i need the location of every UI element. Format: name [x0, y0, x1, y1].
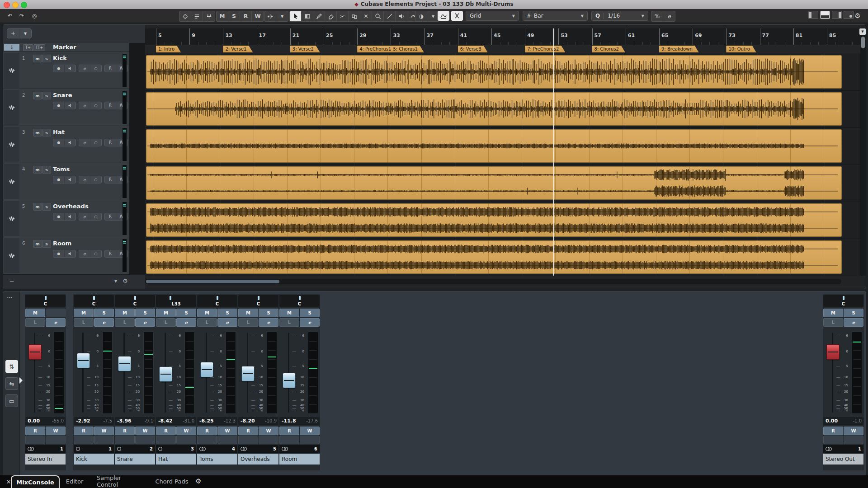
channel-edit-button[interactable]: e — [300, 318, 320, 327]
extra-right-button[interactable] — [46, 436, 66, 444]
track-solo-button[interactable]: s — [42, 129, 51, 136]
add-cycle-marker-button[interactable]: TT+ — [33, 44, 45, 51]
ruler-options-button[interactable]: ▼ — [859, 28, 866, 35]
channel-listen-button[interactable]: L — [74, 318, 94, 327]
extra-right-button[interactable] — [300, 436, 320, 444]
horizontal-scrollbar[interactable] — [145, 279, 841, 284]
edit-channel-icon[interactable]: e — [79, 250, 90, 257]
audio-event-hat[interactable] — [146, 129, 842, 163]
auto-scroll-icon[interactable] — [264, 11, 276, 21]
extra-left-button[interactable] — [279, 436, 299, 444]
track-row-room[interactable]: 6msRoom●e○RW — [3, 237, 129, 274]
read-automation-button[interactable]: R — [238, 427, 258, 435]
snap-to-zero-crossing-button[interactable] — [438, 11, 449, 21]
monitor-icon[interactable] — [65, 176, 75, 183]
read-automation-button[interactable]: R — [823, 427, 843, 435]
draw-tool[interactable] — [313, 11, 325, 21]
add-track-button[interactable]: + — [7, 29, 19, 38]
line-tool[interactable] — [384, 11, 396, 21]
marker-flag[interactable]: 9: Breakdown — [659, 46, 699, 52]
channel-edit-button[interactable]: e — [844, 318, 863, 327]
record-enable-icon[interactable]: ● — [53, 176, 65, 183]
write-automation-button[interactable]: W — [176, 427, 196, 435]
marker-flag[interactable]: 7: PreChorus2 — [525, 46, 565, 52]
channel-listen-button[interactable]: L — [823, 318, 843, 327]
fader-handle[interactable] — [28, 344, 42, 360]
automation-m-button[interactable]: M — [217, 11, 228, 21]
erase-tool[interactable] — [325, 11, 337, 21]
read-automation-button[interactable]: R — [74, 427, 94, 435]
snap-on-off-button[interactable] — [451, 11, 463, 21]
channel-mute-button[interactable]: M — [197, 309, 217, 317]
extra-right-button[interactable] — [259, 436, 278, 444]
audio-event-overheads[interactable] — [146, 203, 842, 237]
marker-flag[interactable]: 8: Chorus2 — [592, 46, 625, 52]
channel-mute-button[interactable]: M — [115, 309, 135, 317]
fader-handle[interactable] — [826, 344, 840, 360]
fader-view-button[interactable]: ⇅ — [5, 360, 18, 373]
audio-event-kick[interactable] — [146, 55, 842, 89]
racks-view-button[interactable]: ⇆ — [5, 377, 18, 390]
track-row-overheads[interactable]: 5msOverheads●e○RW — [3, 200, 129, 237]
extra-left-button[interactable] — [197, 436, 217, 444]
extra-right-button[interactable] — [844, 436, 863, 444]
marker-flag[interactable]: 2: Verse1 — [223, 46, 253, 52]
channel-mute-button[interactable]: M — [279, 309, 299, 317]
freeze-icon[interactable]: ○ — [90, 250, 101, 257]
iterative-quantize-icon[interactable]: % — [651, 11, 663, 21]
open-quantize-panel-icon[interactable]: e — [663, 11, 675, 21]
track-row-hat[interactable]: 3msHat●e○RW — [3, 126, 129, 163]
write-automation-button[interactable]: W — [217, 427, 237, 435]
extra-right-button[interactable] — [94, 436, 114, 444]
add-track-menu-button[interactable]: ▼ — [19, 29, 31, 38]
extra-left-button[interactable] — [238, 436, 258, 444]
extra-left-button[interactable] — [115, 436, 135, 444]
channel-name[interactable]: Snare — [115, 454, 155, 465]
pan-control[interactable]: C — [25, 295, 66, 307]
monitor-icon[interactable] — [65, 102, 75, 109]
mixer-options-dots-icon[interactable]: ⋯ — [7, 294, 13, 301]
edit-channel-icon[interactable]: e — [79, 176, 90, 183]
read-automation-button[interactable]: R — [156, 427, 176, 435]
lower-zone-button[interactable] — [820, 11, 830, 19]
time-ruler[interactable]: 5913172125293337414549535761656973778185 — [145, 28, 862, 45]
audio-event-room[interactable] — [146, 240, 842, 274]
monitor-icon[interactable] — [65, 250, 75, 257]
read-automation-button[interactable]: R — [115, 427, 135, 435]
extra-left-button[interactable] — [156, 436, 176, 444]
channel-name[interactable]: Stereo In — [25, 454, 66, 465]
quantize-dropdown[interactable]: Q1/16▼ — [591, 11, 648, 21]
record-enable-icon[interactable]: ● — [53, 139, 65, 146]
toolbar-setup-gear-icon[interactable]: ⚙ — [852, 11, 863, 21]
vertical-scrollbar-thumb[interactable] — [861, 37, 865, 48]
range-selection-tool[interactable] — [302, 11, 313, 21]
edit-channel-icon[interactable]: e — [79, 65, 90, 72]
channel-solo-button[interactable]: S — [94, 309, 114, 317]
track-row-snare[interactable]: 2msSnare●e○RW — [3, 89, 129, 126]
marker-flag[interactable]: 3: Verse2 — [290, 46, 320, 52]
audio-connections-icon[interactable] — [203, 11, 215, 21]
left-zone-button[interactable] — [808, 11, 818, 19]
track-mute-button[interactable]: m — [33, 55, 42, 62]
read-automation-button[interactable]: R — [279, 427, 299, 435]
channel-mute-button[interactable]: M — [156, 309, 176, 317]
add-track-control[interactable]: + ▼ — [7, 28, 32, 38]
track-mute-button[interactable]: m — [33, 203, 42, 211]
channel-listen-button[interactable]: L — [197, 318, 217, 327]
playhead-cursor[interactable] — [553, 28, 554, 276]
edit-channel-icon[interactable]: e — [79, 102, 90, 109]
glue-tool[interactable] — [349, 11, 360, 21]
track-row-kick[interactable]: 1msKick●e○RW — [3, 52, 129, 89]
record-enable-icon[interactable]: ● — [53, 250, 65, 257]
tab-sampler-control[interactable]: Sampler Control — [97, 475, 143, 487]
grid-type-dropdown[interactable]: #Bar▼ — [523, 11, 588, 21]
track-mute-button[interactable]: m — [33, 129, 42, 136]
audio-event-snare[interactable] — [146, 92, 842, 126]
track-solo-button[interactable]: s — [42, 203, 51, 211]
monitor-icon[interactable] — [65, 65, 75, 72]
tab-editor[interactable]: Editor — [61, 475, 89, 487]
channel-edit-button[interactable]: e — [217, 318, 237, 327]
extra-left-button[interactable] — [823, 436, 843, 444]
channel-name[interactable]: Overheads — [238, 454, 278, 465]
auto-scroll-menu-icon[interactable]: ▼ — [276, 11, 288, 21]
